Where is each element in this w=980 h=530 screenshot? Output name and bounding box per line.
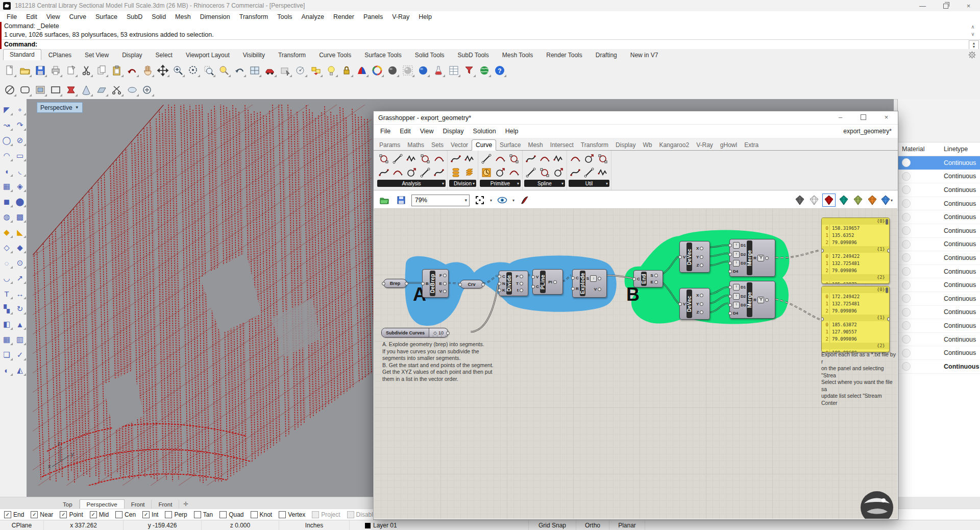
menu-help[interactable]: Help	[414, 13, 436, 20]
explode-icon[interactable]: ◣	[14, 226, 26, 239]
curve-component-icon[interactable]	[569, 166, 582, 179]
cut-icon[interactable]	[79, 63, 93, 78]
loft-red-icon[interactable]	[64, 83, 78, 97]
input-pin[interactable]	[728, 244, 732, 247]
curve-component-icon[interactable]	[596, 166, 609, 179]
graft-button-icon[interactable]: ↑	[733, 260, 740, 267]
curve-component-icon[interactable]	[377, 152, 390, 165]
material-sphere-icon[interactable]	[385, 63, 400, 78]
curve-component-icon[interactable]	[494, 166, 507, 179]
linetype-column-header[interactable]: Linetype	[944, 146, 968, 153]
gh-close-button[interactable]: ×	[875, 111, 898, 123]
input-pin[interactable]	[498, 288, 501, 292]
output-pl[interactable]: Pl	[547, 280, 555, 284]
rounded-rectangle-icon[interactable]	[18, 83, 32, 97]
checkbox-near[interactable]: ✓	[31, 511, 38, 518]
surface-tools-icon[interactable]: ◈	[14, 180, 26, 193]
grid-panel-icon[interactable]	[447, 63, 461, 78]
layer-row[interactable]: Continuous	[898, 156, 980, 170]
gh-tab-extra[interactable]: Extra	[741, 140, 762, 150]
checkbox-knot[interactable]	[251, 511, 258, 518]
checkbox-int[interactable]: ✓	[142, 511, 150, 518]
picture-frame-icon[interactable]	[33, 83, 47, 97]
toolbar-tab-display[interactable]: Display	[116, 50, 148, 60]
status-y-159-426[interactable]: y -159.426	[124, 520, 202, 530]
boolean-icon[interactable]: ◆	[1, 226, 13, 239]
graft-button-icon[interactable]: ↑	[733, 242, 740, 249]
box-icon[interactable]: ◼	[1, 195, 13, 208]
component-end[interactable]: CEndSE	[633, 270, 663, 287]
arc-icon[interactable]: ◠	[1, 149, 13, 162]
layer-row[interactable]: Continuous	[898, 183, 980, 197]
osnap-point[interactable]: ✓Point	[60, 511, 83, 518]
component-divide[interactable]: CNKDividePTt	[499, 271, 528, 296]
input-pin[interactable]	[678, 302, 682, 306]
gh-menu-file[interactable]: File	[376, 128, 395, 135]
status-cplane[interactable]: CPlane	[0, 520, 44, 530]
preview-eye-icon[interactable]	[496, 194, 509, 207]
gh-tab-mesh[interactable]: Mesh	[524, 140, 546, 150]
input-pin[interactable]	[728, 311, 732, 315]
gh-tab-params[interactable]: Params	[376, 140, 404, 150]
status-ortho[interactable]: Ortho	[576, 520, 609, 530]
input-pin[interactable]	[728, 295, 732, 298]
gh-menu-edit[interactable]: Edit	[395, 128, 415, 135]
output-pin[interactable]	[598, 277, 601, 280]
command-spinner[interactable]: ▲▼	[969, 40, 979, 50]
blend-curve-icon[interactable]: ↗	[14, 272, 26, 285]
menu-render[interactable]: Render	[329, 13, 359, 20]
component-pline[interactable]: VCPLinePl	[532, 269, 563, 295]
viewport-layout-icon[interactable]	[248, 63, 262, 78]
status-z-0-000[interactable]: z 0.000	[202, 520, 279, 530]
input-d3[interactable]: ↑D3	[730, 302, 746, 308]
output-z[interactable]: Z	[693, 263, 701, 268]
rectangle-icon[interactable]	[48, 83, 63, 97]
curve-fillet-icon[interactable]: ◟	[14, 164, 26, 178]
graft-button-icon[interactable]: ↑	[733, 293, 740, 300]
param-crv[interactable]: Crv	[460, 280, 483, 288]
split-icon[interactable]: ◆	[14, 241, 26, 254]
layer-row[interactable]: Continuous	[898, 346, 980, 360]
input-c[interactable]: C	[573, 276, 579, 280]
input-d4[interactable]: D4	[730, 311, 746, 316]
curve-component-icon[interactable]	[449, 166, 462, 179]
zoom-combobox[interactable]: 79% ▾	[411, 195, 470, 206]
component-devec[interactable]: VDeVecXYZ	[679, 288, 710, 320]
restore-button[interactable]	[934, 0, 957, 11]
gh-tab-kangaroo2[interactable]: Kangaroo2	[655, 140, 693, 150]
circle-icon[interactable]: ◯	[1, 134, 13, 147]
osnap-perp[interactable]: Perp	[165, 511, 187, 518]
torus-icon[interactable]: ◍	[1, 210, 13, 224]
display-mode-icon[interactable]	[355, 63, 369, 78]
input-v[interactable]: V	[680, 255, 685, 259]
environment-sphere-icon[interactable]	[401, 63, 415, 78]
checkbox-quad[interactable]	[219, 511, 227, 518]
osnap-tan[interactable]: Tan	[194, 511, 213, 518]
output-pin[interactable]	[553, 280, 557, 284]
pan-icon[interactable]	[140, 63, 155, 78]
command-prompt[interactable]: Command:	[2, 39, 980, 49]
output-y[interactable]: Y	[693, 255, 701, 259]
viewport-tab-front[interactable]: Front	[125, 500, 152, 509]
curve-component-icon[interactable]	[507, 166, 521, 179]
gh-menu-display[interactable]: Display	[438, 128, 469, 135]
filter-button-icon[interactable]	[757, 255, 764, 261]
curve-component-icon[interactable]	[524, 166, 537, 179]
checkbox-point[interactable]: ✓	[60, 511, 67, 518]
input-k[interactable]: K	[500, 288, 505, 293]
chevron-down-icon[interactable]: ▾	[490, 198, 492, 203]
toolbar-tab-cplanes[interactable]: CPlanes	[42, 50, 78, 60]
gh-tab-wb[interactable]: Wb	[639, 140, 655, 150]
output-pin[interactable]	[443, 290, 447, 293]
group-icon[interactable]: ◐	[1, 364, 13, 377]
section-icon[interactable]: ▥	[14, 333, 26, 346]
toolbar-tab-surface-tools[interactable]: Surface Tools	[358, 50, 408, 60]
scale-icon[interactable]: ↔	[14, 287, 26, 300]
curve-component-icon[interactable]	[480, 166, 493, 179]
output-p[interactable]: P	[513, 274, 521, 279]
input-d3[interactable]: ↑D3	[730, 260, 746, 267]
layer-row[interactable]: Continuous	[898, 210, 980, 224]
gh-minimize-button[interactable]: –	[829, 111, 852, 123]
material-swatch[interactable]	[898, 362, 944, 371]
layer-row[interactable]: Continuous	[898, 292, 980, 306]
